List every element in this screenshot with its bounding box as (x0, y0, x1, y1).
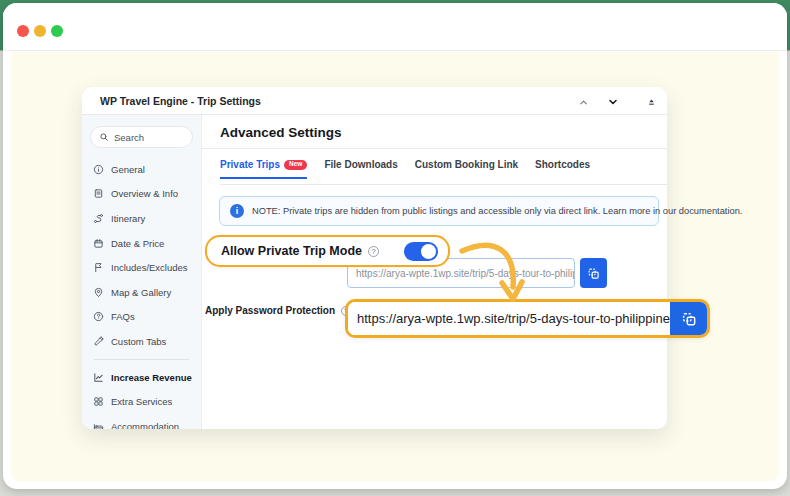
header-divider (202, 148, 667, 149)
sidebar-item-faqs[interactable]: FAQs (90, 305, 193, 330)
bed-icon (93, 421, 104, 429)
tab-private-trips[interactable]: Private Trips New (220, 159, 307, 179)
sidebar-item-map-gallery[interactable]: Map & Gallery (90, 280, 193, 305)
note-banner: i NOTE: Private trips are hidden from pu… (219, 196, 659, 226)
calendar-icon (93, 238, 104, 249)
sidebar-item-increase-revenue[interactable]: Increase Revenue (90, 365, 193, 390)
info-circle-icon: i (230, 204, 244, 218)
collapse-panel-icon[interactable] (643, 94, 659, 110)
sidebar-item-custom-tabs[interactable]: Custom Tabs (90, 329, 193, 354)
sidebar-nav: General Overview & Info Itinerary Date &… (90, 157, 193, 429)
search-placeholder: Search (114, 132, 144, 143)
settings-tabs: Private Trips New File Downloads Custom … (220, 159, 667, 185)
chart-icon (93, 372, 104, 383)
maximize-window-icon[interactable] (51, 25, 63, 37)
password-url-input[interactable]: https://arya-wpte.1wp.site/trip/5-days-t… (348, 302, 670, 335)
toggle-knob (421, 244, 436, 259)
copy-password-url-button[interactable] (670, 302, 707, 335)
sidebar-item-general[interactable]: General (90, 157, 193, 182)
sidebar-item-extra-services[interactable]: Extra Services (90, 389, 193, 414)
toggle-label: Allow Private Trip Mode (221, 244, 362, 258)
wrench-icon (93, 336, 104, 347)
tab-file-downloads[interactable]: File Downloads (324, 159, 397, 179)
help-icon[interactable]: ? (368, 246, 379, 257)
password-protection-label: Apply Password Protection ? (205, 305, 351, 316)
route-icon (93, 213, 104, 224)
allow-private-trip-callout: Allow Private Trip Mode ? (205, 235, 450, 267)
trip-settings-panel: WP Travel Engine - Trip Settings Search … (82, 87, 667, 429)
private-trip-toggle[interactable] (404, 242, 438, 261)
sidebar-item-itinerary[interactable]: Itinerary (90, 206, 193, 231)
chevron-up-icon[interactable] (575, 94, 591, 110)
flag-icon (93, 262, 104, 273)
settings-sidebar: Search General Overview & Info Itinerary (82, 115, 202, 429)
grid-icon (93, 396, 104, 407)
panel-header: WP Travel Engine - Trip Settings (82, 87, 667, 115)
copy-url-button[interactable] (580, 258, 607, 288)
sidebar-item-accommodation[interactable]: Accommodation (90, 414, 193, 429)
search-icon (99, 132, 109, 142)
note-text: NOTE: Private trips are hidden from publ… (252, 206, 742, 216)
page-title: Advanced Settings (220, 125, 342, 140)
info-icon (93, 164, 104, 175)
panel-title: WP Travel Engine - Trip Settings (82, 95, 261, 107)
sidebar-item-overview-info[interactable]: Overview & Info (90, 182, 193, 207)
password-url-group: https://arya-wpte.1wp.site/trip/5-days-t… (345, 299, 710, 338)
copy-icon (681, 311, 697, 327)
sidebar-item-date-price[interactable]: Date & Price (90, 231, 193, 256)
chevron-down-icon[interactable] (605, 94, 621, 110)
document-icon (93, 188, 104, 199)
advanced-settings-panel: Advanced Settings Private Trips New File… (202, 115, 667, 429)
copy-icon (587, 267, 600, 280)
map-pin-icon (93, 287, 104, 298)
search-input[interactable]: Search (90, 126, 193, 148)
new-badge: New (284, 160, 307, 170)
tab-shortcodes[interactable]: Shortcodes (535, 159, 590, 179)
sidebar-item-includes-excludes[interactable]: Includes/Excludes (90, 255, 193, 280)
question-icon (93, 311, 104, 322)
tab-custom-booking-link[interactable]: Custom Booking Link (415, 159, 518, 179)
close-window-icon[interactable] (17, 25, 29, 37)
minimize-window-icon[interactable] (34, 25, 46, 37)
browser-titlebar (3, 3, 787, 51)
sidebar-divider (94, 359, 189, 360)
